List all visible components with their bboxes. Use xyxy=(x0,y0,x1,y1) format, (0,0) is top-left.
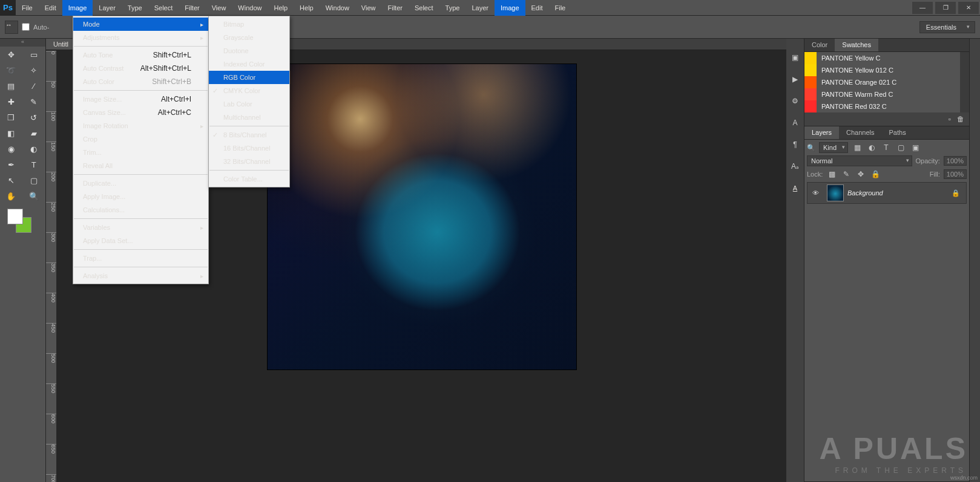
menu-view[interactable]: View xyxy=(355,0,382,16)
menu-window[interactable]: Window xyxy=(320,0,355,16)
document-tab[interactable]: Untitl xyxy=(46,39,76,50)
tool-heal[interactable]: ✚ xyxy=(0,94,23,109)
tool-history[interactable]: ↺ xyxy=(23,109,46,125)
menu-item-calculations-[interactable]: Calculations... xyxy=(73,203,208,217)
menu-type[interactable]: Type xyxy=(439,0,466,16)
workspace-switcher[interactable]: Essentials xyxy=(919,21,975,33)
tab-swatches[interactable]: Swatches xyxy=(835,39,878,51)
tool-eraser[interactable]: ◧ xyxy=(0,125,23,141)
menu-item-trim-[interactable]: Trim... xyxy=(73,146,208,159)
filter-smart-icon[interactable]: ▣ xyxy=(910,142,921,153)
mode-rgb-color[interactable]: RGB Color xyxy=(209,71,289,84)
lock-position-icon[interactable]: ✥ xyxy=(855,169,866,180)
tab-paths[interactable]: Paths xyxy=(882,126,913,139)
tab-layers[interactable]: Layers xyxy=(804,126,839,139)
menu-layer[interactable]: Layer xyxy=(93,0,122,16)
tab-color[interactable]: Color xyxy=(804,39,835,51)
tab-channels[interactable]: Channels xyxy=(839,126,881,139)
menu-item-adjustments[interactable]: Adjustments▸ xyxy=(73,31,208,44)
auto-select-checkbox[interactable] xyxy=(22,23,30,31)
tool-zoom[interactable]: 🔍 xyxy=(23,188,46,204)
menu-filter[interactable]: Filter xyxy=(382,0,409,16)
menu-item-mode[interactable]: Mode▸ xyxy=(73,18,208,31)
tool-blur[interactable]: ◉ xyxy=(0,141,23,157)
swatch-item[interactable]: PANTONE Red 032 C xyxy=(804,100,960,112)
blend-mode-select[interactable]: Normal xyxy=(807,155,912,166)
mode-multichannel[interactable]: Multichannel xyxy=(209,111,289,124)
menu-item-canvas-size-[interactable]: Canvas Size...Alt+Ctrl+C xyxy=(73,106,208,119)
layer-item[interactable]: 👁 Background 🔒 xyxy=(807,182,967,204)
tool-lasso[interactable]: ➰ xyxy=(0,62,23,78)
menu-select[interactable]: Select xyxy=(409,0,439,16)
canvas[interactable] xyxy=(268,64,576,370)
tool-type[interactable]: T xyxy=(23,157,46,172)
menu-layer[interactable]: Layer xyxy=(465,0,495,16)
menu-item-crop[interactable]: Crop xyxy=(73,132,208,146)
tool-wand[interactable]: ✧ xyxy=(23,62,46,78)
lock-pixels-icon[interactable]: ✎ xyxy=(841,169,852,180)
swatch-item[interactable]: PANTONE Yellow C xyxy=(804,52,960,64)
opacity-value[interactable]: 100% xyxy=(944,156,967,166)
fill-value[interactable]: 100% xyxy=(944,169,967,179)
menu-type[interactable]: Type xyxy=(122,0,148,16)
mode-cmyk-color[interactable]: ✓CMYK Color xyxy=(209,84,289,97)
styles-panel-icon[interactable]: Aₐ xyxy=(790,161,801,172)
tool-path[interactable]: ↖ xyxy=(0,172,23,188)
tool-gradient[interactable]: ▰ xyxy=(23,125,46,141)
filter-pixel-icon[interactable]: ▦ xyxy=(852,142,863,153)
swatch-item[interactable]: PANTONE Yellow 012 C xyxy=(804,64,960,76)
layer-name[interactable]: Background xyxy=(847,189,883,197)
filter-type-icon[interactable]: T xyxy=(881,142,892,153)
toolbox-collapse[interactable]: « xyxy=(0,39,45,47)
actions-panel-icon[interactable]: ▶ xyxy=(790,74,801,85)
minimize-button[interactable]: — xyxy=(912,2,933,14)
menu-filter[interactable]: Filter xyxy=(179,0,205,16)
menu-item-auto-contrast[interactable]: Auto ContrastAlt+Shift+Ctrl+L xyxy=(73,62,208,75)
history-panel-icon[interactable]: ▣ xyxy=(790,52,801,63)
menu-select[interactable]: Select xyxy=(148,0,179,16)
close-button[interactable]: ✕ xyxy=(958,2,979,14)
mode-16-bits-channel[interactable]: 16 Bits/Channel xyxy=(209,142,289,155)
menu-edit[interactable]: Edit xyxy=(525,0,549,16)
swatch-item[interactable]: PANTONE Orange 021 C xyxy=(804,76,960,88)
menu-file[interactable]: File xyxy=(548,0,571,16)
menu-item-apply-image-[interactable]: Apply Image... xyxy=(73,190,208,203)
filter-adjust-icon[interactable]: ◐ xyxy=(866,142,877,153)
menu-item-duplicate-[interactable]: Duplicate... xyxy=(73,177,208,190)
layer-visibility-icon[interactable]: 👁 xyxy=(807,189,823,197)
lock-transparent-icon[interactable]: ▩ xyxy=(826,169,837,180)
paragraph-panel-icon[interactable]: ¶ xyxy=(790,139,801,150)
swatch-scrollbar[interactable] xyxy=(960,52,969,112)
char-styles-panel-icon[interactable]: A xyxy=(790,183,801,194)
layer-filter-kind[interactable]: Kind xyxy=(819,142,848,153)
menu-item-analysis[interactable]: Analysis▸ xyxy=(73,269,208,282)
move-tool-icon[interactable]: ↔ xyxy=(5,21,18,34)
tool-dodge[interactable]: ◐ xyxy=(23,141,46,157)
foreground-color-swatch[interactable] xyxy=(7,209,23,224)
mode-grayscale[interactable]: Grayscale xyxy=(209,31,289,44)
menu-file[interactable]: File xyxy=(16,0,39,16)
tool-eyedropper[interactable]: ⁄ xyxy=(23,78,46,94)
mode-lab-color[interactable]: Lab Color xyxy=(209,97,289,111)
menu-item-auto-tone[interactable]: Auto ToneShift+Ctrl+L xyxy=(73,48,208,62)
menu-item-trap-[interactable]: Trap... xyxy=(73,252,208,265)
tool-move[interactable]: ✥ xyxy=(0,47,23,62)
menu-image[interactable]: Image xyxy=(62,0,93,16)
tool-hand[interactable]: ✋ xyxy=(0,188,23,204)
new-swatch-icon[interactable]: ▫ xyxy=(949,115,951,123)
menu-help[interactable]: Help xyxy=(294,0,320,16)
lock-all-icon[interactable]: 🔒 xyxy=(870,169,881,180)
tool-stamp[interactable]: ❒ xyxy=(0,109,23,125)
color-swatch-tool[interactable] xyxy=(7,209,31,233)
tool-brush[interactable]: ✎ xyxy=(23,94,46,109)
delete-swatch-icon[interactable]: 🗑 xyxy=(957,115,964,123)
tool-marquee[interactable]: ▭ xyxy=(23,47,46,62)
menu-item-image-rotation[interactable]: Image Rotation▸ xyxy=(73,119,208,132)
menu-view[interactable]: View xyxy=(206,0,232,16)
swatch-item[interactable]: PANTONE Warm Red C xyxy=(804,88,960,100)
menu-item-image-size-[interactable]: Image Size...Alt+Ctrl+I xyxy=(73,93,208,106)
maximize-button[interactable]: ❐ xyxy=(935,2,956,14)
tool-shape[interactable]: ▢ xyxy=(23,172,46,188)
menu-help[interactable]: Help xyxy=(268,0,294,16)
menu-image[interactable]: Image xyxy=(495,0,525,16)
